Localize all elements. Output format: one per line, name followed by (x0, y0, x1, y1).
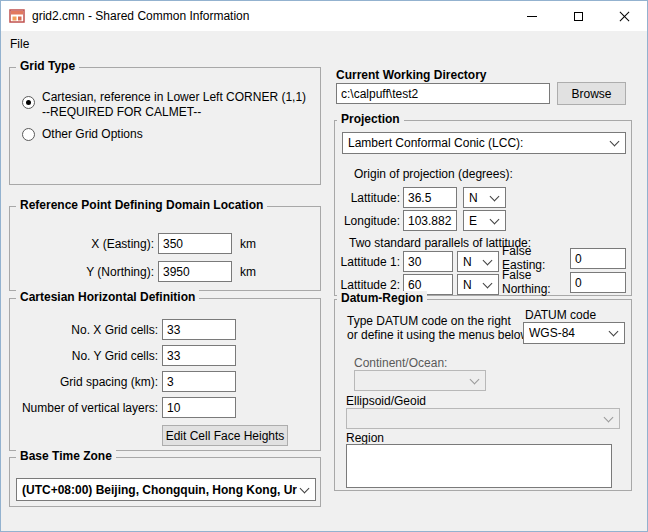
chevron-down-icon (604, 413, 613, 422)
maximize-icon (574, 12, 583, 21)
grid-spacing-input[interactable] (162, 371, 236, 392)
dialog-window: grid2.cmn - Shared Common Information Fi… (0, 0, 648, 532)
app-icon (9, 8, 25, 24)
maximize-button[interactable] (555, 1, 601, 31)
radio-cartesian-label-line1: Cartesian, reference in Lower Left CORNE… (42, 90, 306, 104)
menu-bar: File (1, 31, 647, 56)
y-northing-unit: km (240, 265, 256, 279)
latitude-input[interactable] (403, 187, 457, 208)
latitude2-label: Lattitude 2: (338, 278, 400, 292)
close-button[interactable] (601, 1, 647, 31)
minimize-button[interactable] (509, 1, 555, 31)
x-grid-cells-input[interactable] (162, 319, 236, 340)
working-directory-input[interactable] (336, 83, 550, 104)
y-grid-cells-label: No. Y Grid cells: (10, 349, 158, 363)
latitude-direction-dropdown[interactable]: N (463, 187, 506, 208)
time-zone-value: (UTC+08:00) Beijing, Chongquin, Hong Kon… (22, 483, 297, 497)
longitude-direction-dropdown[interactable]: E (463, 210, 506, 231)
window-title: grid2.cmn - Shared Common Information (32, 9, 249, 23)
file-menu[interactable]: File (1, 33, 38, 55)
chevron-down-icon (490, 192, 499, 201)
window-controls (509, 1, 647, 31)
grid-type-group: Grid Type Cartesian, reference in Lower … (9, 67, 321, 185)
latitude1-direction-dropdown[interactable]: N (457, 251, 499, 272)
chevron-down-icon (300, 484, 309, 493)
latitude2-direction-dropdown[interactable]: N (457, 274, 499, 295)
false-northing-label: False Northing: (502, 268, 560, 296)
grid-spacing-label: Grid spacing (km): (10, 375, 158, 389)
chevron-down-icon (609, 327, 618, 336)
continent-ocean-dropdown (354, 370, 486, 391)
latitude1-direction-value: N (463, 255, 472, 269)
latitude1-input[interactable] (403, 251, 453, 272)
latitude1-label: Lattitude 1: (338, 255, 400, 269)
x-grid-cells-label: No. X Grid cells: (10, 323, 158, 337)
chevron-down-icon (483, 279, 492, 288)
longitude-direction-value: E (469, 214, 477, 228)
longitude-label: Longitude: (338, 214, 400, 228)
datum-region-group: Datum-Region Type DATUM code on the righ… (334, 299, 632, 491)
y-grid-cells-input[interactable] (162, 345, 236, 366)
edit-cell-face-heights-button[interactable]: Edit Cell Face Heights (162, 425, 288, 446)
ellipsoid-geoid-dropdown (346, 408, 620, 429)
continent-ocean-label: Continent/Ocean: (354, 356, 447, 370)
datum-hint-line2: or define it using the menus below: (347, 328, 532, 342)
datum-hint-line1: Type DATUM code on the right (347, 314, 511, 328)
base-time-zone-legend: Base Time Zone (16, 449, 116, 463)
ellipsoid-geoid-label: Ellipsoid/Geoid (346, 394, 426, 408)
datum-code-dropdown[interactable]: WGS-84 (523, 322, 625, 344)
close-icon (619, 11, 630, 22)
x-easting-label: X (Easting): (10, 237, 154, 251)
datum-code-value: WGS-84 (529, 326, 575, 340)
chevron-down-icon (490, 215, 499, 224)
radio-other-grid[interactable] (22, 128, 35, 141)
vertical-layers-input[interactable] (162, 397, 236, 418)
region-listbox[interactable] (346, 444, 612, 488)
datum-region-legend: Datum-Region (337, 291, 427, 305)
working-directory-label: Current Working Directory (336, 68, 486, 82)
reference-point-legend: Reference Point Defining Domain Location (16, 198, 267, 212)
projection-legend: Projection (337, 112, 404, 126)
cartesian-definition-legend: Cartesian Horizontal Definition (16, 290, 199, 304)
datum-code-label: DATUM code (525, 308, 596, 322)
region-label: Region (346, 431, 384, 445)
reference-point-group: Reference Point Defining Domain Location… (9, 206, 321, 291)
projection-type-value: Lambert Conformal Conic (LCC): (348, 136, 523, 150)
minimize-icon (527, 16, 537, 17)
chevron-down-icon (610, 137, 619, 146)
projection-type-dropdown[interactable]: Lambert Conformal Conic (LCC): (342, 132, 626, 154)
x-easting-input[interactable] (158, 233, 232, 254)
x-easting-unit: km (240, 237, 256, 251)
longitude-input[interactable] (403, 210, 457, 231)
radio-cartesian[interactable] (22, 96, 35, 109)
grid-type-legend: Grid Type (16, 59, 79, 73)
vertical-layers-label: Number of vertical layers: (10, 401, 158, 415)
title-bar: grid2.cmn - Shared Common Information (1, 1, 647, 31)
projection-group: Projection Lambert Conformal Conic (LCC)… (334, 120, 632, 296)
radio-cartesian-label-line2: --REQUIRED FOR CALMET-- (42, 105, 201, 119)
latitude-label: Lattitude: (338, 191, 400, 205)
radio-other-grid-label: Other Grid Options (42, 127, 143, 141)
latitude-direction-value: N (469, 191, 478, 205)
cartesian-definition-group: Cartesian Horizontal Definition No. X Gr… (9, 298, 321, 451)
latitude2-direction-value: N (463, 278, 472, 292)
false-northing-input[interactable] (570, 272, 626, 293)
false-easting-input[interactable] (570, 248, 626, 269)
y-northing-input[interactable] (158, 261, 232, 282)
origin-label: Origin of projection (degrees): (354, 167, 513, 181)
base-time-zone-group: Base Time Zone (UTC+08:00) Beijing, Chon… (9, 457, 321, 507)
time-zone-dropdown[interactable]: (UTC+08:00) Beijing, Chongquin, Hong Kon… (16, 478, 316, 501)
chevron-down-icon (470, 375, 479, 384)
chevron-down-icon (483, 256, 492, 265)
y-northing-label: Y (Northing): (10, 265, 154, 279)
browse-button[interactable]: Browse (557, 82, 626, 105)
